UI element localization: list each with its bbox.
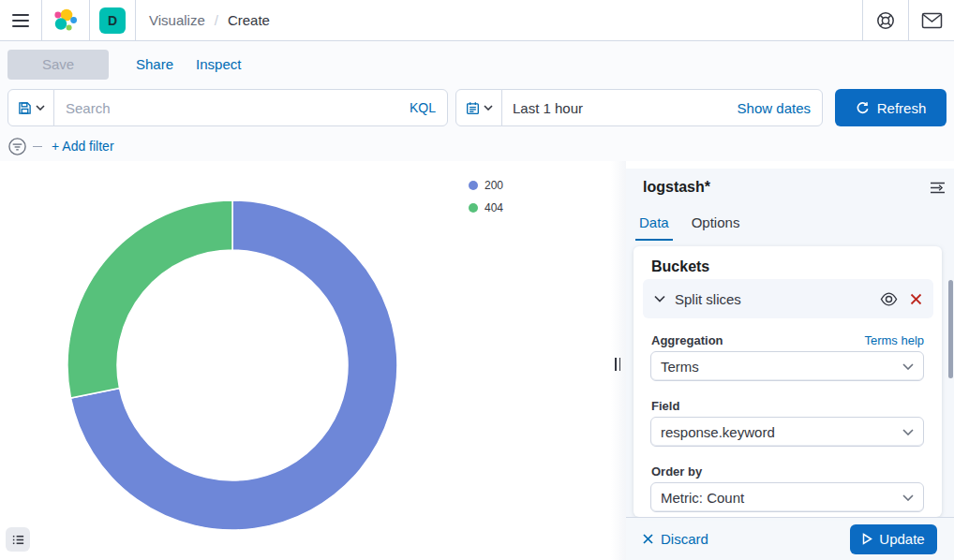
chevron-down-icon: [36, 105, 45, 111]
breadcrumb-visualize[interactable]: Visualize: [149, 12, 205, 28]
filter-dash-divider: [33, 146, 42, 147]
field-select[interactable]: response.keyword: [650, 417, 924, 447]
list-icon: [11, 533, 25, 547]
resizer-grip-icon: [615, 358, 620, 371]
buckets-panel: Buckets Split slices: [634, 246, 942, 517]
chart-legend: 200404: [469, 179, 503, 214]
saved-query-button[interactable]: [7, 89, 54, 126]
kibana-visualize-create-page: D Visualize / Create: [0, 0, 954, 560]
order-by-select[interactable]: Metric: Count: [650, 482, 924, 512]
calendar-icon: [466, 101, 480, 115]
newsfeed-button[interactable]: [909, 0, 954, 40]
menu-button[interactable]: [0, 0, 41, 40]
legend-item-404[interactable]: 404: [469, 201, 503, 214]
inspect-link[interactable]: Inspect: [196, 56, 241, 72]
save-button[interactable]: Save: [7, 50, 109, 80]
pie-slice-404[interactable]: [67, 200, 232, 398]
remove-bucket-icon[interactable]: [910, 293, 922, 305]
time-range-value[interactable]: Last 1 hour: [502, 100, 738, 116]
sidebar-footer: Discard Update: [626, 517, 954, 560]
update-button[interactable]: Update: [850, 524, 937, 554]
terms-help-link[interactable]: Terms help: [864, 333, 924, 347]
panel-resizer[interactable]: [611, 161, 626, 560]
help-button[interactable]: [863, 0, 908, 40]
envelope-icon: [921, 12, 943, 29]
chevron-down-icon: [902, 363, 914, 370]
legend-label: 200: [484, 179, 503, 192]
chevron-down-icon[interactable]: [654, 295, 665, 302]
vis-editor-sidebar: logstash* Data Options Buckets: [626, 169, 954, 560]
aggregation-select[interactable]: Terms: [650, 351, 924, 381]
collapse-sidebar-button[interactable]: [930, 181, 946, 195]
aggregation-label: Aggregation: [651, 333, 723, 347]
chevron-down-icon: [902, 429, 914, 435]
refresh-button-label: Refresh: [877, 100, 927, 116]
share-link[interactable]: Share: [136, 56, 173, 72]
legend-dot-icon: [469, 203, 478, 213]
search-input[interactable]: [54, 90, 410, 125]
add-filter-button[interactable]: + Add filter: [52, 139, 114, 154]
order-by-label: Order by: [651, 464, 702, 479]
space-badge[interactable]: D: [99, 7, 126, 34]
legend-label: 404: [484, 201, 503, 214]
visualization-chart-area: 200404: [0, 161, 611, 560]
order-by-value: Metric: Count: [661, 490, 902, 506]
breadcrumb-separator: /: [215, 12, 218, 28]
sidebar-tabs: Data Options: [635, 214, 743, 241]
field-value: response.keyword: [661, 424, 902, 440]
menu-right-icon: [930, 181, 946, 195]
query-bar: KQL Last 1 hour Show dates Re: [0, 87, 954, 131]
space-selector[interactable]: D: [90, 0, 135, 40]
date-picker-quick-menu-button[interactable]: [455, 89, 502, 126]
legend-toggle-button[interactable]: [6, 527, 30, 552]
play-icon: [862, 533, 872, 545]
hamburger-icon: [12, 14, 29, 27]
save-disk-icon: [18, 101, 32, 115]
discard-label: Discard: [661, 531, 708, 547]
elastic-logo[interactable]: [42, 0, 89, 40]
chevron-down-icon: [902, 494, 914, 501]
field-label: Field: [651, 399, 679, 413]
index-pattern-title: logstash*: [643, 179, 710, 196]
split-slices-label[interactable]: Split slices: [675, 291, 880, 307]
main-content: 200404 logstash*: [0, 161, 954, 560]
tab-data[interactable]: Data: [635, 214, 673, 241]
chevron-down-icon: [484, 105, 493, 111]
close-icon: [643, 534, 653, 544]
search-field-wrap: KQL: [53, 89, 448, 126]
update-button-label: Update: [879, 531, 924, 547]
discard-button[interactable]: Discard: [643, 531, 708, 547]
query-language-button[interactable]: KQL: [410, 100, 447, 115]
lifebuoy-help-icon: [875, 10, 896, 31]
elastic-logo-icon: [53, 8, 78, 33]
aggregation-value: Terms: [661, 359, 902, 375]
show-dates-button[interactable]: Show dates: [738, 100, 822, 116]
visualize-toolbar: Save Share Inspect: [0, 41, 954, 87]
legend-item-200[interactable]: 200: [469, 179, 503, 192]
legend-dot-icon: [469, 181, 478, 190]
date-range-wrap: Last 1 hour Show dates: [501, 89, 823, 126]
breadcrumb-create: Create: [228, 12, 270, 28]
filter-bar: + Add filter: [0, 131, 954, 161]
split-slices-accordion: Split slices: [643, 279, 933, 318]
filter-icon[interactable]: [7, 137, 27, 156]
tab-options[interactable]: Options: [688, 214, 744, 241]
refresh-icon: [856, 101, 870, 115]
breadcrumb: Visualize / Create: [136, 0, 862, 40]
eye-icon[interactable]: [880, 291, 898, 307]
donut-chart[interactable]: [0, 161, 611, 560]
sidebar-scrollbar-thumb[interactable]: [948, 280, 953, 378]
refresh-button[interactable]: Refresh: [835, 89, 947, 126]
app-header: D Visualize / Create: [0, 0, 954, 41]
buckets-heading: Buckets: [651, 258, 709, 275]
